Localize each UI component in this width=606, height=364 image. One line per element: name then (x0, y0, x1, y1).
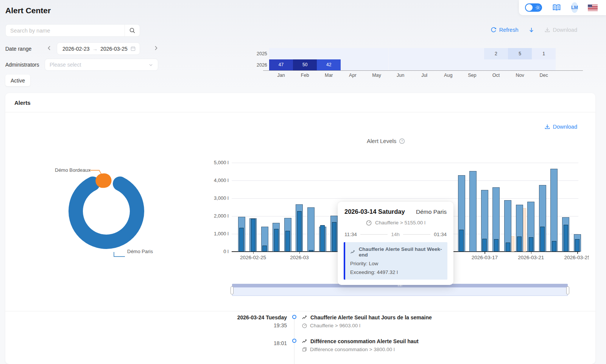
bar-exceeding[interactable] (332, 222, 336, 252)
refresh-button[interactable]: Refresh (491, 27, 519, 33)
heatmap-cell[interactable] (436, 48, 460, 59)
collapse-arrow-icon[interactable] (528, 27, 534, 33)
language-flag-us[interactable] (588, 5, 598, 11)
bar-exceeding[interactable] (482, 239, 487, 252)
timeline-alert-title[interactable]: Différence consommation Alerte Seuil hau… (302, 338, 419, 344)
bar-consumption[interactable] (273, 223, 280, 252)
heatmap-cell[interactable] (389, 59, 413, 71)
bar-exceeding[interactable] (285, 231, 290, 252)
bar-exceeding[interactable] (251, 219, 255, 252)
bar-consumption[interactable] (458, 175, 465, 252)
heatmap-cell[interactable] (460, 48, 484, 59)
bar-consumption[interactable] (481, 190, 488, 252)
brush-handle-left[interactable] (231, 286, 234, 294)
heatmap-cell[interactable] (460, 59, 484, 71)
bar-consumption[interactable] (574, 234, 581, 252)
heatmap-cell[interactable] (317, 48, 341, 59)
heatmap-cell[interactable] (341, 59, 365, 71)
theme-toggle[interactable] (525, 3, 542, 12)
heatmap-cell[interactable] (413, 59, 436, 71)
tooltip-duration: 14h (391, 232, 400, 237)
bar-exceeding[interactable] (320, 225, 325, 252)
bar-consumption[interactable] (539, 185, 546, 252)
timeline-alert-title[interactable]: Chaufferie Alerte Seuil haut Jours de la… (302, 314, 432, 320)
date-next-button[interactable] (153, 45, 159, 53)
heatmap-cell[interactable] (389, 48, 413, 59)
administrators-select[interactable]: Please select (45, 59, 158, 71)
heatmap-cell[interactable]: 5 (508, 48, 532, 59)
bar-faded[interactable] (507, 236, 514, 252)
bar-exceeding[interactable] (262, 246, 267, 252)
bar-consumption[interactable] (319, 227, 326, 252)
bar-exceeding[interactable] (239, 228, 244, 252)
bar-consumption[interactable] (249, 218, 257, 252)
bar-consumption[interactable] (527, 202, 534, 252)
heatmap-cell[interactable] (269, 48, 293, 59)
heatmap-cell[interactable] (436, 59, 460, 71)
bar-exceeding[interactable] (529, 237, 533, 252)
bar-consumption[interactable] (296, 204, 303, 252)
bar-consumption[interactable] (284, 218, 291, 252)
user-avatar[interactable]: LM (571, 2, 578, 13)
heatmap-cell[interactable]: 42 (317, 59, 341, 71)
copy-icon (302, 347, 307, 352)
heatmap-cell[interactable] (532, 59, 556, 71)
bar-exceeding[interactable] (309, 250, 313, 252)
bar-consumption[interactable] (504, 200, 511, 252)
bar-consumption[interactable] (330, 216, 338, 252)
chart-download-button[interactable]: Download (544, 124, 578, 130)
heatmap-cell[interactable] (365, 48, 388, 59)
heatmap-cell[interactable] (365, 59, 388, 71)
download-button-disabled[interactable]: Download (544, 27, 578, 33)
brush-window[interactable] (232, 287, 568, 296)
bar-exceeding[interactable] (506, 243, 510, 252)
y-axis-label: 0 l (201, 249, 229, 254)
bar-exceeding[interactable] (540, 227, 545, 252)
svg-text:?: ? (401, 139, 403, 143)
heatmap-cell[interactable] (508, 59, 532, 71)
bar-exceeding[interactable] (494, 239, 499, 252)
heatmap-cell[interactable] (413, 48, 436, 59)
search-input[interactable]: Search by name (6, 28, 125, 34)
site-donut-chart[interactable] (53, 163, 189, 269)
heatmap-cell[interactable] (484, 59, 508, 71)
bar-exceeding[interactable] (552, 241, 556, 252)
bar-consumption[interactable] (307, 207, 315, 252)
date-prev-button[interactable] (46, 45, 52, 53)
bar-consumption[interactable] (562, 217, 569, 252)
bar-consumption[interactable] (469, 171, 477, 252)
help-icon[interactable]: ? (399, 138, 405, 144)
heatmap-cell[interactable] (341, 48, 365, 59)
bar-consumption[interactable] (238, 217, 245, 252)
y-axis-label: 1,000 l (201, 231, 229, 236)
timeline-alert-name: Différence consommation Alerte Seuil hau… (310, 338, 419, 344)
bar-exceeding[interactable] (517, 236, 522, 252)
heatmap-cell[interactable] (293, 48, 317, 59)
zoom-brush-slider[interactable] (232, 284, 568, 296)
bar-faded[interactable] (519, 208, 526, 252)
bar-consumption[interactable] (550, 169, 558, 252)
date-range-input[interactable]: 2026-02-23 → 2026-03-25 (57, 42, 140, 55)
active-filter-button[interactable]: Active (5, 75, 30, 86)
brush-handle-right[interactable] (566, 286, 569, 294)
donut-leader-paris (114, 252, 125, 257)
heatmap-cell[interactable]: 2 (484, 48, 508, 59)
heatmap-cell[interactable]: 50 (293, 59, 317, 71)
bar-consumption[interactable] (516, 205, 523, 252)
bar-consumption[interactable] (261, 227, 268, 252)
heatmap-cell[interactable]: 1 (532, 48, 556, 59)
bar-exceeding[interactable] (564, 225, 568, 252)
search-button[interactable] (125, 25, 140, 36)
bar-exceeding[interactable] (297, 211, 302, 252)
bar-exceeding[interactable] (459, 230, 464, 252)
timeline-marker[interactable] (292, 339, 296, 343)
timeline-condition: Chaufferie > 9603.00 l (310, 323, 360, 328)
bar-exceeding[interactable] (274, 229, 279, 252)
download-icon (544, 27, 550, 33)
bar-exceeding[interactable] (575, 239, 580, 252)
search-box: Search by name (5, 24, 140, 37)
heatmap-cell[interactable]: 47 (269, 59, 293, 71)
docs-book-icon[interactable] (552, 3, 561, 12)
bar-consumption[interactable] (492, 187, 500, 252)
timeline-marker[interactable] (292, 315, 296, 319)
